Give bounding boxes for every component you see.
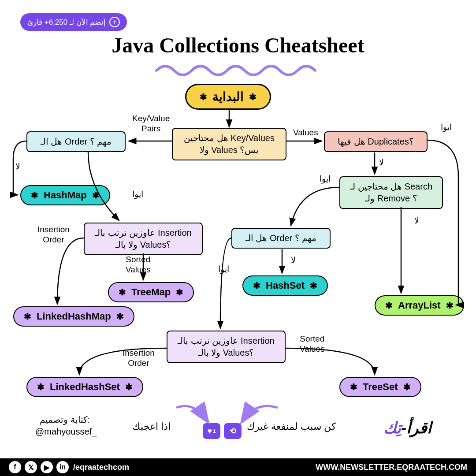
asterisk-icon: ✱ [92, 190, 100, 201]
node-arraylist: ✱ ArrayList ✱ [375, 295, 464, 316]
asterisk-icon: ✱ [350, 382, 357, 392]
edge-yes: ايوا [320, 174, 331, 184]
arraylist-text: ArrayList [398, 300, 441, 311]
twitter-icon[interactable]: 𝕏 [25, 461, 37, 473]
node-order1: هل الـ Order مهم ؟ [26, 131, 126, 152]
hashset-text: HashSet [266, 280, 305, 291]
node-treeset: ✱ TreeSet ✱ [339, 377, 421, 397]
footer: f 𝕏 ▶ in /eqraatechcom WWW.NEWSLETTER.EQ… [0, 458, 476, 476]
edge-no: لا [379, 158, 384, 168]
linkedhashmap-text: LinkedHashMap [37, 311, 111, 322]
node-order2: هل الـ Order مهم ؟ [231, 228, 331, 249]
asterisk-icon: ✱ [446, 300, 454, 311]
edge-insertion: Insertion Order [37, 225, 70, 245]
asterisk-icon: ✱ [253, 280, 260, 291]
edge-no: لا [291, 256, 296, 266]
asterisk-icon: ✱ [176, 287, 183, 298]
squiggle-icon [154, 60, 322, 77]
asterisk-icon: ✱ [403, 382, 411, 392]
node-insert1: عاوزين نرتب بالـ Insertion ولا بالـ Valu… [84, 223, 203, 255]
asterisk-icon: ✱ [310, 280, 317, 291]
linkedhashset-text: LinkedHashSet [50, 381, 120, 393]
brand-logo: اقرأ-تِك [383, 419, 431, 437]
facebook-icon[interactable]: f [9, 461, 21, 473]
asterisk-icon: ✱ [37, 382, 45, 392]
node-hashset: ✱ HashSet ✱ [242, 275, 328, 296]
like-icon[interactable]: ♥1 [203, 423, 220, 439]
edge-kvpairs: Key/Value Pairs [132, 114, 170, 134]
cta-right: كن سبب لمنفعة غيرك [247, 421, 336, 432]
edge-values: Values [293, 128, 318, 138]
footer-url: WWW.NEWSLETTER.EQRAATECH.COM [316, 463, 467, 472]
asterisk-icon: ✱ [31, 190, 38, 201]
footer-handle: /eqraatechcom [73, 463, 129, 472]
treemap-text: TreeMap [131, 286, 171, 298]
social-icons: f 𝕏 ▶ in [9, 461, 69, 473]
author-handle: @mahyoussef_ [35, 426, 97, 437]
youtube-icon[interactable]: ▶ [41, 461, 53, 473]
join-badge[interactable]: إنضم الآن لـ 6,250+ قارئ + [20, 13, 127, 31]
edge-yes: ايوا [132, 190, 143, 200]
node-start: ✱ البداية ✱ [185, 84, 271, 110]
treeset-text: TreeSet [363, 381, 398, 393]
node-hashmap: ✱ HashMap ✱ [20, 185, 110, 205]
asterisk-icon: ✱ [200, 92, 207, 102]
edge-no: لا [414, 216, 419, 226]
edge-sorted: Sorted Values [126, 255, 151, 275]
node-linkedhashset: ✱ LinkedHashSet ✱ [26, 377, 143, 397]
node-insert2: عاوزين نرتب بالـ Insertion ولا بالـ Valu… [167, 331, 286, 363]
hashmap-text: HashMap [44, 190, 87, 201]
edge-sorted: Sorted Values [300, 334, 325, 354]
edge-yes: ايوا [441, 123, 452, 133]
node-search: هل محتاجين لـ Search ولـ Remove ؟ [339, 176, 443, 209]
node-keyvalues: هل محتاجين Key/Values ولا Values بس؟ [172, 128, 286, 160]
start-text: البداية [212, 89, 244, 104]
node-duplicates: هل فيها Duplicates؟ [324, 131, 428, 152]
asterisk-icon: ✱ [125, 382, 133, 392]
node-treemap: ✱ TreeMap ✱ [108, 282, 194, 302]
asterisk-icon: ✱ [116, 311, 124, 322]
asterisk-icon: ✱ [24, 311, 31, 322]
edge-insertion: Insertion Order [123, 348, 155, 368]
plus-icon: + [109, 17, 120, 27]
edge-no: لا [15, 162, 20, 172]
node-linkedhashmap: ✱ LinkedHashMap ✱ [13, 306, 134, 327]
cta-left: اذا اعجبك [132, 421, 171, 432]
asterisk-icon: ✱ [385, 300, 393, 311]
linkedin-icon[interactable]: in [56, 461, 69, 473]
author-label: كتابة وتصميم: [40, 414, 90, 425]
asterisk-icon: ✱ [119, 287, 126, 298]
retweet-icon[interactable]: ⟲ [224, 423, 242, 439]
asterisk-icon: ✱ [249, 92, 257, 102]
edge-yes: ايوا [218, 264, 229, 275]
social-actions: ♥1 ⟲ [203, 423, 242, 439]
page-title: Java Collections Cheatsheet [0, 33, 476, 57]
badge-text: إنضم الآن لـ 6,250+ قارئ [27, 18, 106, 27]
